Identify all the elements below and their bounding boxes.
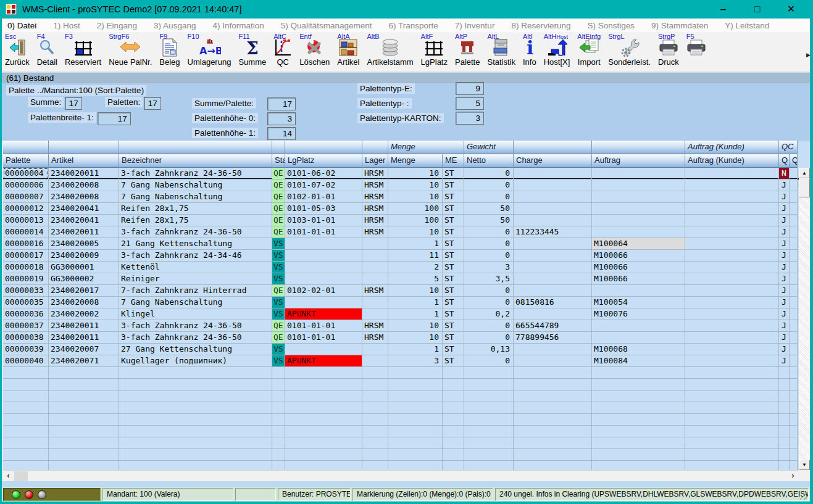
- table-row-00000014[interactable]: 0000001423400200113-fach Zahnkranz 24-36…: [3, 226, 799, 238]
- table-row-00000007[interactable]: 0000000723400200087 Gang NabenschaltungQ…: [3, 191, 799, 203]
- column-header-bezeichner[interactable]: Bezeichner: [119, 154, 272, 168]
- column-header-auftrag-kunde[interactable]: Auftrag (Kunde): [685, 154, 779, 168]
- table-row-00000004[interactable]: 0000000423400200113-fach Zahnkranz 24-36…: [3, 168, 799, 180]
- paletten-value[interactable]: 17: [144, 97, 161, 110]
- column-header-auftrag[interactable]: Auftrag: [592, 154, 685, 168]
- table-row-00000019[interactable]: 00000019GG3000002ReinigerVS5ST3,5M100066…: [3, 273, 799, 285]
- scroll-right-button[interactable]: ›: [788, 471, 798, 482]
- toolbar-button-statistik[interactable]: AltLStatistik: [484, 32, 520, 72]
- toolbar-button-qc[interactable]: AltCQC: [270, 32, 296, 72]
- menu-3-ausgang[interactable]: 3) Ausgang: [154, 21, 196, 30]
- horizontal-scrollbar[interactable]: ‹ ›: [3, 470, 799, 481]
- cell-lgplatz: [285, 262, 362, 273]
- table-row-00000018[interactable]: 00000018GG3000001KettenölVS2ST3M100066J: [3, 262, 799, 273]
- horizontal-scroll-thumb[interactable]: [14, 471, 28, 481]
- toolbar-button-artikel[interactable]: AltAArtikel: [334, 32, 364, 72]
- menu-6-transporte[interactable]: 6) Transporte: [389, 21, 438, 30]
- scroll-left-button[interactable]: ‹: [3, 471, 14, 482]
- toolbar-button-artikelstamm[interactable]: AltBArtikelstamm: [364, 32, 417, 72]
- cell-auftrag_kunde: [685, 262, 779, 273]
- summe-palette-value[interactable]: 17: [267, 97, 296, 110]
- menu-0-datei[interactable]: 0) Datei: [7, 21, 36, 30]
- menu-2-eingang[interactable]: 2) Eingang: [97, 21, 137, 30]
- column-header-lager[interactable]: Lager: [362, 154, 388, 168]
- table-row-00000006[interactable]: 0000000623400200087 Gang NabenschaltungQ…: [3, 180, 799, 191]
- toolbar-button-host-x[interactable]: AltHHostHost[X]: [541, 32, 575, 72]
- vertical-scroll-thumb[interactable]: [799, 178, 810, 197]
- toolbar-button-beleg[interactable]: F9Beleg: [156, 32, 184, 72]
- column-header-sta[interactable]: Sta: [272, 154, 285, 168]
- palettenhoehe-1-value[interactable]: 14: [267, 127, 296, 140]
- minimize-button[interactable]: –: [706, 0, 740, 19]
- scroll-down-button[interactable]: ▼: [799, 460, 810, 470]
- empty-cell: [592, 414, 685, 426]
- toolbar-button-info[interactable]: AltIiInfo: [520, 32, 541, 72]
- column-header-charge[interactable]: Charge: [514, 154, 592, 168]
- palettentyp-e-value[interactable]: 9: [456, 82, 484, 95]
- toolbar-button-zur-ck[interactable]: EscZurück: [2, 32, 34, 72]
- empty-cell: [3, 379, 49, 390]
- toolbar-button-label: Artikelstamm: [367, 57, 413, 67]
- column-header-q[interactable]: Q: [779, 154, 790, 168]
- table-row-00000036[interactable]: 000000362340020002KlingelVSAPUNKT1ST0,2M…: [3, 308, 799, 320]
- column-header-lgplatz[interactable]: LgPlatz: [285, 154, 362, 168]
- table-row-00000012[interactable]: 000000122340020041Reifen 28x1,75QE0101-0…: [3, 203, 799, 215]
- summe-value[interactable]: 17: [65, 97, 82, 110]
- toolbar-button-neue-palnr[interactable]: StrgF6Neue PalNr.: [106, 32, 156, 72]
- toolbar-button-import[interactable]: AltEinfgImport: [574, 32, 605, 72]
- cell-charge: [514, 168, 592, 180]
- toolbar-button-umlagerung[interactable]: F10A→BUmlagerung: [185, 32, 236, 72]
- table-row-00000040[interactable]: 000000402340020071Kugellager (подшипник)…: [3, 355, 799, 367]
- toolbar-button-lgplatz[interactable]: AltFLgPlatz: [418, 32, 452, 72]
- cell-qc: J: [779, 344, 790, 355]
- menu-1-host[interactable]: 1) Host: [53, 21, 80, 30]
- column-header-palette[interactable]: Palette: [3, 154, 49, 168]
- table-row-00000039[interactable]: 00000039234002000727 Gang Kettenschaltun…: [3, 344, 799, 355]
- menu-y-leitstand[interactable]: Y) Leitstand: [725, 21, 769, 30]
- table-row-00000033[interactable]: 0000003323400200177-fach Zahnkranz Hinte…: [3, 285, 799, 297]
- column-header-me[interactable]: ME: [443, 154, 464, 168]
- maximize-button[interactable]: □: [740, 0, 774, 19]
- toolbar-button-f5[interactable]: F5: [683, 32, 711, 72]
- menu-s-sonstiges[interactable]: S) Sonstiges: [587, 21, 635, 30]
- empty-cell: [592, 461, 685, 470]
- shelf-icon: [339, 38, 357, 57]
- table-row-00000013[interactable]: 000000132340020041Reifen 28x1,75QE0103-0…: [3, 215, 799, 226]
- menu-4-information[interactable]: 4) Information: [212, 21, 264, 30]
- column-header-artikel[interactable]: Artikel: [49, 154, 119, 168]
- toolbar-button-reserviert[interactable]: F3Reserviert: [62, 32, 106, 72]
- column-header-netto[interactable]: Netto: [464, 154, 514, 168]
- toolbar-button-sonderleist[interactable]: StrgLSonderleist.: [605, 32, 655, 72]
- menu-8-reservierung[interactable]: 8) Reservierung: [511, 21, 570, 30]
- cell-palette: 00000019: [3, 273, 49, 285]
- close-button[interactable]: ✕: [774, 0, 808, 19]
- menu-7-inventur[interactable]: 7) Inventur: [455, 21, 495, 30]
- toolbar-overflow-icon[interactable]: ▶: [806, 52, 811, 58]
- table-row-00000016[interactable]: 00000016234002000521 Gang Kettenschaltun…: [3, 238, 799, 250]
- column-header-menge[interactable]: Menge: [388, 154, 443, 168]
- empty-cell: [49, 437, 119, 449]
- cell-artikel: 2340020005: [49, 238, 119, 250]
- column-header-q-2[interactable]: Q: [790, 154, 798, 168]
- vertical-scrollbar[interactable]: ▲ ▼: [799, 168, 810, 470]
- palettenhoehe-0-value[interactable]: 3: [267, 112, 296, 125]
- table-row-00000038[interactable]: 0000003823400200113-fach Zahnkranz 24-36…: [3, 332, 799, 344]
- table-row-00000035[interactable]: 0000003523400200087 Gang NabenschaltungV…: [3, 297, 799, 308]
- empty-cell: [49, 426, 119, 437]
- palettenbreite-1-value[interactable]: 17: [98, 112, 131, 125]
- toolbar-button-summe[interactable]: F11ΣSumme: [235, 32, 270, 72]
- toolbar-button-detail[interactable]: F4Detail: [34, 32, 62, 72]
- empty-cell: [388, 426, 443, 437]
- palettentyp-karton-value[interactable]: 3: [456, 112, 484, 125]
- empty-cell: [49, 461, 119, 470]
- toolbar-button-l-schen[interactable]: EntfLöschen: [296, 32, 334, 72]
- table-row-00000017[interactable]: 0000001723400200093-fach Zahnkranz 24-34…: [3, 250, 799, 262]
- menu-5-qualit-tsmanagement[interactable]: 5) Qualitätsmanagement: [281, 21, 372, 30]
- menu-9-stammdaten[interactable]: 9) Stammdaten: [651, 21, 708, 30]
- palettentyp-blank-value[interactable]: 5: [456, 97, 484, 110]
- toolbar-button-palette[interactable]: AltPPalette: [452, 32, 484, 72]
- empty-cell: [464, 437, 514, 449]
- table-row-00000037[interactable]: 0000003723400200113-fach Zahnkranz 24-36…: [3, 320, 799, 332]
- scroll-up-button[interactable]: ▲: [799, 168, 810, 178]
- toolbar-button-druck[interactable]: StrgPDruck: [655, 32, 683, 72]
